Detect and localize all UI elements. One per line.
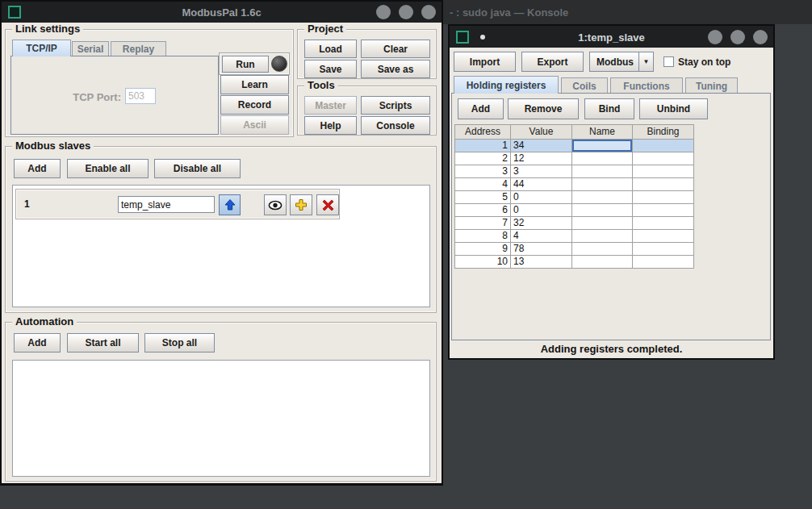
cell-binding[interactable] — [633, 140, 694, 152]
unbind-button[interactable]: Unbind — [639, 98, 708, 119]
cell-name[interactable] — [572, 204, 633, 217]
load-button[interactable]: Load — [304, 40, 357, 58]
cell-name[interactable] — [572, 178, 633, 191]
cell-name[interactable] — [572, 165, 633, 178]
register-row[interactable]: 2 12 — [455, 152, 694, 165]
cell-address[interactable]: 1 — [455, 140, 511, 152]
export-button[interactable]: Export — [521, 52, 584, 72]
column-header-value[interactable]: Value — [511, 125, 572, 140]
scripts-button[interactable]: Scripts — [361, 96, 430, 115]
enable-all-button[interactable]: Enable all — [67, 159, 149, 178]
cell-name[interactable] — [572, 140, 633, 152]
tab-replay[interactable]: Replay — [111, 41, 166, 56]
maximize-button[interactable] — [730, 30, 745, 44]
open-slave-window-button[interactable] — [219, 194, 241, 215]
cell-name[interactable] — [572, 152, 633, 165]
run-button[interactable]: Run — [222, 56, 269, 73]
import-button[interactable]: Import — [454, 52, 516, 72]
cell-binding[interactable] — [633, 165, 694, 178]
register-row[interactable]: 1 34 — [455, 140, 694, 152]
help-button[interactable]: Help — [304, 116, 357, 135]
remove-register-button[interactable]: Remove — [508, 98, 579, 119]
cell-value[interactable]: 78 — [511, 243, 572, 256]
add-slave-function-button[interactable] — [290, 194, 312, 215]
column-header-name[interactable]: Name — [572, 125, 633, 140]
cell-binding[interactable] — [633, 256, 694, 269]
tab-tcpip[interactable]: TCP/IP — [12, 40, 71, 56]
combo-value: Modbus — [590, 52, 638, 71]
add-slave-button[interactable]: Add — [14, 159, 61, 178]
register-row[interactable]: 8 4 — [455, 230, 694, 243]
cell-value[interactable]: 4 — [511, 230, 572, 243]
stay-on-top-checkbox[interactable] — [663, 56, 674, 67]
tab-serial[interactable]: Serial — [72, 41, 109, 56]
disable-all-button[interactable]: Disable all — [154, 159, 241, 178]
toggle-slave-visibility-button[interactable] — [264, 194, 287, 215]
add-register-button[interactable]: Add — [458, 98, 504, 119]
slave-titlebar[interactable]: 1:temp_slave — [450, 26, 773, 48]
cell-address[interactable]: 3 — [455, 165, 511, 178]
cell-name[interactable] — [572, 256, 633, 269]
cell-binding[interactable] — [633, 243, 694, 256]
cell-binding[interactable] — [633, 217, 694, 230]
cell-value[interactable]: 0 — [511, 191, 572, 204]
cell-value[interactable]: 34 — [511, 140, 572, 152]
learn-button[interactable]: Learn — [220, 75, 289, 94]
register-row[interactable]: 7 32 — [455, 217, 694, 230]
cell-binding[interactable] — [633, 204, 694, 217]
cell-value[interactable]: 13 — [511, 256, 572, 269]
cell-address[interactable]: 8 — [455, 230, 511, 243]
slave-name-input[interactable] — [118, 196, 215, 213]
cell-name[interactable] — [572, 243, 633, 256]
cell-address[interactable]: 6 — [455, 204, 511, 217]
cell-name[interactable] — [572, 191, 633, 204]
tab-tuning[interactable]: Tuning — [685, 77, 738, 94]
minimize-button[interactable] — [376, 5, 391, 19]
stop-all-button[interactable]: Stop all — [144, 333, 215, 353]
tab-coils[interactable]: Coils — [561, 77, 608, 94]
bind-button[interactable]: Bind — [584, 98, 634, 119]
minimize-button[interactable] — [708, 30, 722, 44]
cell-binding[interactable] — [633, 178, 694, 191]
implementation-combo[interactable]: Modbus ▼ — [589, 52, 654, 72]
record-button[interactable]: Record — [220, 95, 289, 115]
cell-address[interactable]: 7 — [455, 217, 511, 230]
save-as-button[interactable]: Save as — [361, 60, 430, 78]
register-row[interactable]: 5 0 — [455, 191, 694, 204]
cell-binding[interactable] — [633, 191, 694, 204]
console-button[interactable]: Console — [361, 116, 430, 135]
close-button[interactable] — [753, 30, 768, 44]
cell-value[interactable]: 0 — [511, 204, 572, 217]
register-row[interactable]: 6 0 — [455, 204, 694, 217]
register-row[interactable]: 3 3 — [455, 165, 694, 178]
start-all-button[interactable]: Start all — [67, 333, 139, 353]
register-row[interactable]: 9 78 — [455, 243, 694, 256]
cell-value[interactable]: 32 — [511, 217, 572, 230]
add-automation-button[interactable]: Add — [14, 333, 61, 353]
save-button[interactable]: Save — [304, 60, 357, 78]
maximize-button[interactable] — [399, 5, 413, 19]
tab-functions[interactable]: Functions — [610, 77, 683, 94]
cell-binding[interactable] — [633, 152, 694, 165]
modbuspal-titlebar[interactable]: ModbusPal 1.6c — [2, 2, 442, 23]
cell-value[interactable]: 44 — [511, 178, 572, 191]
cell-value[interactable]: 3 — [511, 165, 572, 178]
cell-address[interactable]: 2 — [455, 152, 511, 165]
column-header-binding[interactable]: Binding — [633, 125, 694, 140]
register-row[interactable]: 10 13 — [455, 256, 694, 269]
tab-holding-registers[interactable]: Holding registers — [454, 76, 559, 94]
register-row[interactable]: 4 44 — [455, 178, 694, 191]
cell-name[interactable] — [572, 230, 633, 243]
column-header-address[interactable]: Address — [455, 125, 511, 140]
tcp-port-label: TCP Port: — [50, 91, 121, 103]
cell-address[interactable]: 9 — [455, 243, 511, 256]
cell-binding[interactable] — [633, 230, 694, 243]
cell-address[interactable]: 4 — [455, 178, 511, 191]
cell-name[interactable] — [572, 217, 633, 230]
clear-button[interactable]: Clear — [361, 40, 430, 58]
cell-address[interactable]: 5 — [455, 191, 511, 204]
cell-value[interactable]: 12 — [511, 152, 572, 165]
delete-slave-button[interactable] — [316, 194, 339, 215]
close-button[interactable] — [421, 5, 436, 19]
cell-address[interactable]: 10 — [455, 256, 511, 269]
